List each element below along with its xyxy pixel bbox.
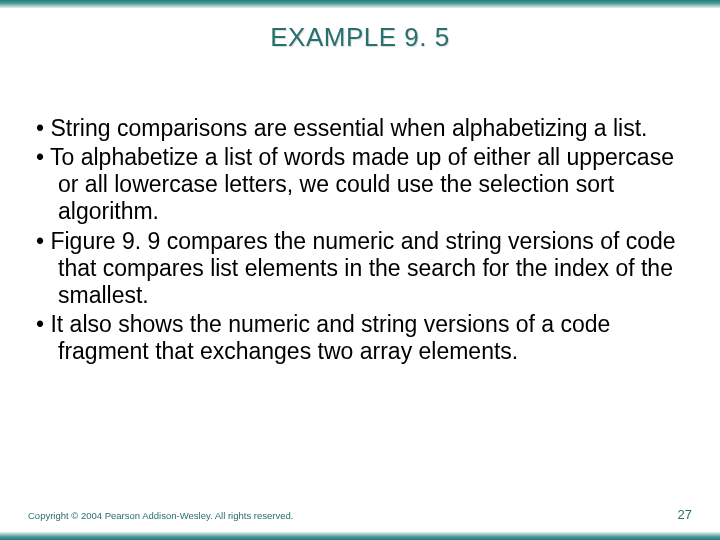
content-area: String comparisons are essential when al…	[0, 115, 720, 365]
footer: Copyright © 2004 Pearson Addison-Wesley.…	[28, 507, 692, 522]
bullet-item: String comparisons are essential when al…	[28, 115, 692, 142]
copyright-text: Copyright © 2004 Pearson Addison-Wesley.…	[28, 510, 293, 521]
bullet-list: String comparisons are essential when al…	[28, 115, 692, 365]
bullet-item: It also shows the numeric and string ver…	[28, 311, 692, 365]
bullet-item: To alphabetize a list of words made up o…	[28, 144, 692, 225]
slide-title: EXAMPLE 9. 5	[0, 22, 720, 53]
bullet-item: Figure 9. 9 compares the numeric and str…	[28, 228, 692, 309]
bottom-border-decoration	[0, 532, 720, 540]
page-number: 27	[678, 507, 692, 522]
top-border-decoration	[0, 0, 720, 8]
